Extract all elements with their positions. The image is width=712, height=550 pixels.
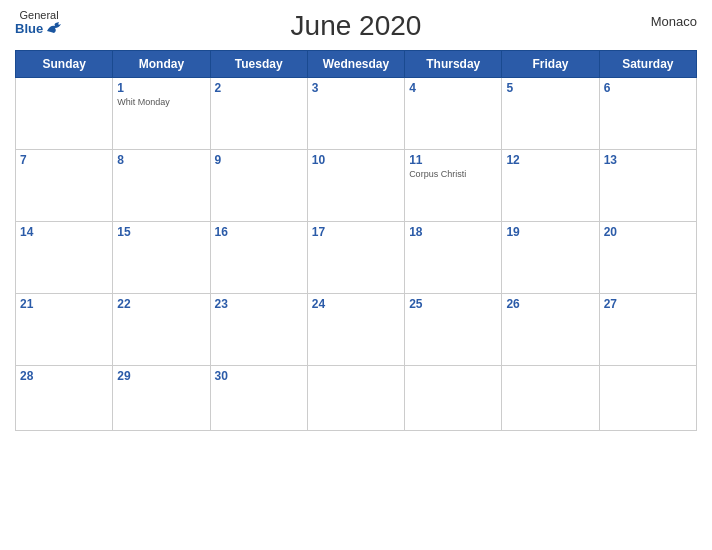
table-row: 9	[210, 150, 307, 222]
table-row: 26	[502, 294, 599, 366]
table-row: 11Corpus Christi	[405, 150, 502, 222]
table-row: 20	[599, 222, 696, 294]
day-number: 20	[604, 225, 692, 239]
col-monday: Monday	[113, 51, 210, 78]
day-number: 11	[409, 153, 497, 167]
day-number: 6	[604, 81, 692, 95]
table-row: 4	[405, 78, 502, 150]
logo-general-text: General	[20, 10, 59, 21]
day-number: 23	[215, 297, 303, 311]
day-number: 26	[506, 297, 594, 311]
table-row: 2	[210, 78, 307, 150]
table-row: 17	[307, 222, 404, 294]
col-wednesday: Wednesday	[307, 51, 404, 78]
generalblue-logo: General Blue	[15, 10, 63, 35]
table-row: 7	[16, 150, 113, 222]
table-row	[16, 78, 113, 150]
day-number: 25	[409, 297, 497, 311]
table-row: 8	[113, 150, 210, 222]
day-number: 30	[215, 369, 303, 383]
calendar-table: Sunday Monday Tuesday Wednesday Thursday…	[15, 50, 697, 431]
calendar-header-row: Sunday Monday Tuesday Wednesday Thursday…	[16, 51, 697, 78]
day-number: 13	[604, 153, 692, 167]
page-title: June 2020	[291, 10, 422, 42]
day-number: 16	[215, 225, 303, 239]
day-number: 7	[20, 153, 108, 167]
table-row: 29	[113, 366, 210, 431]
day-number: 1	[117, 81, 205, 95]
holiday-label: Whit Monday	[117, 97, 205, 107]
col-sunday: Sunday	[16, 51, 113, 78]
day-number: 27	[604, 297, 692, 311]
table-row: 21	[16, 294, 113, 366]
day-number: 21	[20, 297, 108, 311]
table-row: 27	[599, 294, 696, 366]
day-number: 17	[312, 225, 400, 239]
logo-bird-icon	[45, 21, 63, 35]
calendar-container: General Blue June 2020 Monaco Sunday Mon…	[0, 0, 712, 550]
day-number: 4	[409, 81, 497, 95]
day-number: 22	[117, 297, 205, 311]
table-row: 22	[113, 294, 210, 366]
day-number: 9	[215, 153, 303, 167]
logo-blue-text: Blue	[15, 21, 63, 35]
table-row: 3	[307, 78, 404, 150]
table-row: 23	[210, 294, 307, 366]
table-row: 19	[502, 222, 599, 294]
table-row: 15	[113, 222, 210, 294]
table-row	[599, 366, 696, 431]
col-saturday: Saturday	[599, 51, 696, 78]
table-row: 18	[405, 222, 502, 294]
table-row	[307, 366, 404, 431]
day-number: 15	[117, 225, 205, 239]
calendar-header: General Blue June 2020 Monaco	[15, 10, 697, 42]
table-row: 25	[405, 294, 502, 366]
country-label: Monaco	[651, 14, 697, 29]
table-row: 16	[210, 222, 307, 294]
table-row: 13	[599, 150, 696, 222]
day-number: 19	[506, 225, 594, 239]
col-friday: Friday	[502, 51, 599, 78]
table-row: 28	[16, 366, 113, 431]
day-number: 10	[312, 153, 400, 167]
day-number: 24	[312, 297, 400, 311]
table-row: 5	[502, 78, 599, 150]
day-number: 18	[409, 225, 497, 239]
table-row	[502, 366, 599, 431]
table-row: 14	[16, 222, 113, 294]
table-row	[405, 366, 502, 431]
day-number: 5	[506, 81, 594, 95]
table-row: 30	[210, 366, 307, 431]
day-number: 12	[506, 153, 594, 167]
holiday-label: Corpus Christi	[409, 169, 497, 179]
table-row: 12	[502, 150, 599, 222]
day-number: 28	[20, 369, 108, 383]
day-number: 3	[312, 81, 400, 95]
day-number: 14	[20, 225, 108, 239]
table-row: 10	[307, 150, 404, 222]
day-number: 2	[215, 81, 303, 95]
table-row: 1Whit Monday	[113, 78, 210, 150]
day-number: 29	[117, 369, 205, 383]
table-row: 6	[599, 78, 696, 150]
table-row: 24	[307, 294, 404, 366]
col-thursday: Thursday	[405, 51, 502, 78]
col-tuesday: Tuesday	[210, 51, 307, 78]
day-number: 8	[117, 153, 205, 167]
